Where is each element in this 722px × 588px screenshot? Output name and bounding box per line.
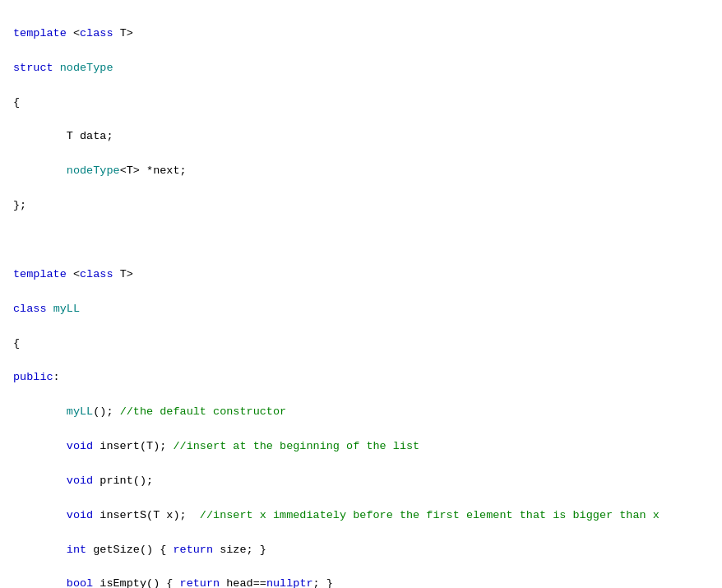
code-line: { — [13, 336, 709, 353]
code-line: template <class T> — [13, 266, 709, 284]
code-line: void insertS(T x); //insert x immediatel… — [13, 507, 709, 525]
code-line: nodeType<T> *next; — [13, 163, 709, 180]
code-line: class myLL — [13, 301, 709, 318]
code-line: bool isEmpty() { return head==nullptr; } — [13, 576, 709, 588]
keyword-template: template — [13, 27, 67, 39]
code-line: T data; — [13, 128, 709, 146]
code-line: void print(); — [13, 473, 709, 490]
code-line: template <class T> — [13, 25, 709, 43]
code-line: struct nodeType — [13, 60, 709, 77]
code-line: }; — [13, 197, 709, 215]
code-display: template <class T> struct nodeType { T d… — [13, 8, 709, 588]
code-line: public: — [13, 369, 709, 387]
keyword-struct: struct — [13, 62, 53, 74]
code-line: int getSize() { return size; } — [13, 542, 709, 559]
code-line: myLL(); //the default constructor — [13, 404, 709, 421]
code-line: { — [13, 95, 709, 112]
code-line: void insert(T); //insert at the beginnin… — [13, 438, 709, 456]
